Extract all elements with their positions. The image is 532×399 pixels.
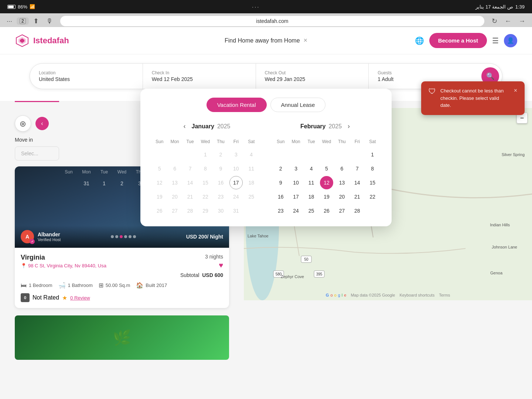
feb-day-21[interactable]: 21 xyxy=(351,190,364,203)
language-button[interactable]: 🌐 xyxy=(415,36,424,45)
jan-day-29[interactable]: 29 xyxy=(199,204,212,217)
jan-day-26[interactable]: 26 xyxy=(153,204,166,217)
back-button[interactable]: ← xyxy=(502,16,514,27)
feb-day-25[interactable]: 25 xyxy=(305,204,318,217)
jan-day-12[interactable]: 12 xyxy=(153,176,166,189)
calendar-overlay: Vacation Rental Annual Lease ‹ January 2… xyxy=(140,89,392,226)
prev-button[interactable]: ‹ xyxy=(35,117,49,130)
feb-day-4[interactable]: 4 xyxy=(305,162,318,175)
jan-day-28[interactable]: 28 xyxy=(184,204,197,217)
feb-day-9[interactable]: 9 xyxy=(274,176,287,189)
jan-day-14[interactable]: 14 xyxy=(184,176,197,189)
jan-day-22[interactable]: 22 xyxy=(199,190,212,203)
feb-fri-header: Fri xyxy=(350,138,364,147)
locate-me-button[interactable]: ◎ xyxy=(15,115,31,132)
jan-day-16[interactable]: 16 xyxy=(214,176,227,189)
jan-day-4[interactable]: 4 xyxy=(245,148,258,161)
feb-day-12[interactable]: 12 xyxy=(320,176,333,189)
forward-button[interactable]: → xyxy=(516,16,528,27)
jan-day-31[interactable]: 31 xyxy=(229,204,243,217)
tab-count-badge: 2 xyxy=(20,18,26,24)
jan-day-30[interactable]: 30 xyxy=(214,204,227,217)
menu-button[interactable]: ☰ xyxy=(492,36,499,45)
checkout-field[interactable]: Check Out Wed 29 Jan 2025 xyxy=(256,64,369,89)
feb-day-18[interactable]: 18 xyxy=(305,190,318,203)
feb-day-28[interactable]: 28 xyxy=(351,204,364,217)
jan-day-15[interactable]: 15 xyxy=(199,176,212,189)
built-stat: 🏠 Built 2017 xyxy=(136,282,167,289)
jan-day-20[interactable]: 20 xyxy=(168,190,181,203)
vacation-rental-tab[interactable]: Vacation Rental xyxy=(207,98,267,112)
card-title: Virginia xyxy=(21,254,106,261)
jan-day-10[interactable]: 10 xyxy=(229,162,243,175)
feb-day-15[interactable]: 15 xyxy=(366,176,379,189)
jan-day-3[interactable]: 3 xyxy=(229,148,243,161)
jan-day-9[interactable]: 9 xyxy=(214,162,227,175)
feb-day-7[interactable]: 7 xyxy=(351,162,364,175)
jan-day-7[interactable]: 7 xyxy=(184,162,197,175)
feb-day-11[interactable]: 11 xyxy=(305,176,318,189)
feb-day-26[interactable]: 26 xyxy=(320,204,333,217)
location-field[interactable]: Location United States xyxy=(30,64,143,89)
feb-day-6[interactable]: 6 xyxy=(335,162,348,175)
review-link[interactable]: 0 Review xyxy=(70,295,90,301)
jan-day-19[interactable]: 19 xyxy=(153,190,166,203)
feb-day-3[interactable]: 3 xyxy=(289,162,303,175)
jan-day-25[interactable]: 25 xyxy=(245,190,258,203)
become-host-button[interactable]: Become a Host xyxy=(429,33,487,48)
move-in-select[interactable]: Selec... xyxy=(15,146,59,160)
feb-day-13[interactable]: 13 xyxy=(335,176,348,189)
jan-day-18[interactable]: 18 xyxy=(245,176,258,189)
checkin-field[interactable]: Check In Wed 12 Feb 2025 xyxy=(143,64,256,89)
jan-day-1[interactable]: 1 xyxy=(199,148,212,161)
jan-day-5[interactable]: 5 xyxy=(153,162,166,175)
tab-more-button[interactable]: ··· xyxy=(4,16,15,27)
toast-close-button[interactable]: × xyxy=(514,87,517,94)
home-icon: 🏠 xyxy=(136,282,143,289)
mic-button[interactable]: 🎙 xyxy=(43,16,56,27)
card-body: Virginia 📍 98 C St, Virginia City, Nv 89… xyxy=(15,248,229,308)
bedrooms-stat: 🛏 1 Bedroom xyxy=(21,282,52,289)
feb-day-8[interactable]: 8 xyxy=(366,162,379,175)
star-icon: ★ xyxy=(62,294,67,301)
card-location: 📍 98 C St, Virginia City, Nv 89440, Usa xyxy=(21,263,106,268)
favorite-button[interactable]: ♥ xyxy=(219,261,223,270)
feb-day-19[interactable]: 19 xyxy=(320,190,333,203)
jan-day-8[interactable]: 8 xyxy=(199,162,212,175)
feb-day-16[interactable]: 16 xyxy=(274,190,287,203)
feb-day-20[interactable]: 20 xyxy=(335,190,348,203)
url-bar[interactable]: istedafah.com xyxy=(68,18,477,24)
refresh-button[interactable]: ↻ xyxy=(489,16,500,27)
card-price: USD 200/ Night xyxy=(186,234,223,240)
feb-day-22[interactable]: 22 xyxy=(366,190,379,203)
feb-day-14[interactable]: 14 xyxy=(351,176,364,189)
map-label-indian-hills: Indian Hills xyxy=(490,223,510,227)
close-icon[interactable]: × xyxy=(304,37,308,44)
jan-day-11[interactable]: 11 xyxy=(245,162,258,175)
next-month-button[interactable]: › xyxy=(345,121,353,132)
feb-day-2[interactable]: 2 xyxy=(274,162,287,175)
feb-day-1[interactable]: 1 xyxy=(366,148,379,161)
bathrooms-stat: 🛁 1 Bathroom xyxy=(58,282,93,289)
jan-day-6[interactable]: 6 xyxy=(168,162,181,175)
jan-day-17[interactable]: 17 xyxy=(229,176,243,189)
share-button[interactable]: ⬆ xyxy=(30,16,42,27)
jan-day-21[interactable]: 21 xyxy=(184,190,197,203)
jan-day-13[interactable]: 13 xyxy=(168,176,181,189)
feb-day-10[interactable]: 10 xyxy=(289,176,303,189)
jan-day-24[interactable]: 24 xyxy=(229,190,243,203)
jan-day-empty-end xyxy=(245,204,258,217)
prev-month-button[interactable]: ‹ xyxy=(181,121,189,132)
avatar[interactable]: 👤 xyxy=(504,34,517,47)
jan-day-27[interactable]: 27 xyxy=(168,204,181,217)
feb-day-23[interactable]: 23 xyxy=(274,204,287,217)
feb-day-27[interactable]: 27 xyxy=(335,204,348,217)
feb-day-24[interactable]: 24 xyxy=(289,204,303,217)
annual-lease-tab[interactable]: Annual Lease xyxy=(270,98,326,112)
rating-row: 0 Not Rated ★ 0 Review xyxy=(21,293,223,302)
jan-day-2[interactable]: 2 xyxy=(214,148,227,161)
feb-day-17[interactable]: 17 xyxy=(289,190,303,203)
feb-day-5[interactable]: 5 xyxy=(320,162,333,175)
tue-header: Tue xyxy=(183,138,197,147)
jan-day-23[interactable]: 23 xyxy=(214,190,227,203)
